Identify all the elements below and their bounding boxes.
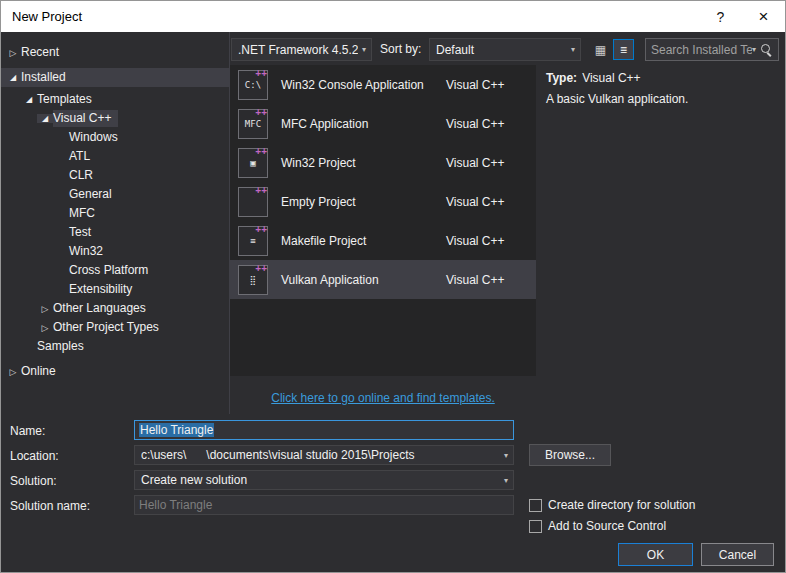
chevron-down-icon: ▾ <box>504 451 508 460</box>
tree-item-win32[interactable]: Win32 <box>1 242 229 261</box>
close-button[interactable]: × <box>742 1 785 32</box>
create-directory-checkbox[interactable] <box>529 499 542 512</box>
help-button[interactable]: ? <box>699 1 742 32</box>
template-type-row: Type: Visual C++ <box>546 71 778 85</box>
tree-item-test[interactable]: Test <box>1 223 229 242</box>
chevron-down-icon: ▾ <box>362 45 366 54</box>
solution-name-input[interactable]: Hello Triangle <box>134 495 514 515</box>
mfc-application-icon: MFC++ <box>238 109 268 139</box>
close-icon: × <box>759 7 769 27</box>
location-dropdown[interactable]: c:\users\ \documents\visual studio 2015\… <box>134 445 514 465</box>
solution-dropdown[interactable]: Create new solution ▾ <box>134 470 514 490</box>
cpp-plus-badge: ++ <box>255 147 267 157</box>
template-list: C:\++Win32 Console ApplicationVisual C++… <box>230 65 536 376</box>
source-control-label: Add to Source Control <box>548 519 666 533</box>
tree-item-cross-platform[interactable]: Cross Platform <box>1 261 229 280</box>
tree-item-label: Test <box>69 224 98 241</box>
titlebar: New Project ? × <box>1 1 785 32</box>
create-directory-checkbox-row: Create directory for solution <box>529 497 695 513</box>
location-value: c:\users\ \documents\visual studio 2015\… <box>141 448 500 462</box>
expanded-arrow-icon[interactable]: ◢ <box>5 73 21 82</box>
tree-item-general[interactable]: General <box>1 185 229 204</box>
tree-item-samples[interactable]: Samples <box>1 337 229 356</box>
cpp-plus-badge: ++ <box>255 69 267 79</box>
template-language: Visual C++ <box>446 156 536 170</box>
cpp-plus-badge: ++ <box>255 225 267 235</box>
source-control-checkbox-row: Add to Source Control <box>529 518 666 534</box>
tree-item-label: CLR <box>69 167 100 184</box>
template-language: Visual C++ <box>446 78 536 92</box>
tree-item-recent[interactable]: ▷Recent <box>1 43 229 62</box>
online-templates-link-row: Click here to go online and find templat… <box>230 388 536 406</box>
sort-by-label: Sort by: <box>380 38 421 61</box>
icon-glyph: ⣿ <box>250 275 257 285</box>
browse-button[interactable]: Browse... <box>529 444 611 466</box>
tree-item-atl[interactable]: ATL <box>1 147 229 166</box>
online-templates-link[interactable]: Click here to go online and find templat… <box>271 391 494 405</box>
collapsed-arrow-icon[interactable]: ▷ <box>5 367 21 377</box>
titlebar-buttons: ? × <box>699 1 785 32</box>
tree-item-label: Extensibility <box>69 281 139 298</box>
cancel-button[interactable]: Cancel <box>701 543 774 566</box>
cpp-plus-badge: ++ <box>255 264 267 274</box>
ok-button[interactable]: OK <box>618 543 693 566</box>
template-info-panel: Type: Visual C++ A basic Vulkan applicat… <box>546 71 778 106</box>
chevron-down-icon: ▾ <box>504 476 508 485</box>
search-input[interactable] <box>651 43 752 57</box>
tree-item-installed[interactable]: ◢Installed <box>1 68 229 87</box>
template-item-mfc-application[interactable]: MFC++MFC ApplicationVisual C++ <box>230 104 536 143</box>
tree-item-visual-c[interactable]: ◢Visual C++ <box>1 109 229 128</box>
tree-item-label: Installed <box>21 69 73 86</box>
collapsed-arrow-icon[interactable]: ▷ <box>37 304 53 314</box>
template-language: Visual C++ <box>446 117 536 131</box>
tree-item-clr[interactable]: CLR <box>1 166 229 185</box>
dialog-title: New Project <box>1 9 82 24</box>
tree-item-other-project-types[interactable]: ▷Other Project Types <box>1 318 229 337</box>
expanded-arrow-icon[interactable]: ◢ <box>37 114 53 123</box>
tree-item-mfc[interactable]: MFC <box>1 204 229 223</box>
win32-console-application-icon: C:\++ <box>238 70 268 100</box>
template-item-makefile-project[interactable]: ≡++Makefile ProjectVisual C++ <box>230 221 536 260</box>
tree-item-online[interactable]: ▷Online <box>1 362 229 381</box>
solution-label: Solution: <box>10 471 57 491</box>
makefile-project-icon: ≡++ <box>238 226 268 256</box>
list-view-button[interactable]: ≡ <box>613 39 634 60</box>
tree-item-label: Recent <box>21 44 66 61</box>
framework-dropdown[interactable]: .NET Framework 4.5.2 ▾ <box>231 38 372 61</box>
tree-item-templates[interactable]: ◢Templates <box>1 90 229 109</box>
tree-item-label: Win32 <box>69 243 110 260</box>
template-name: Empty Project <box>281 195 446 209</box>
template-language: Visual C++ <box>446 234 536 248</box>
chevron-down-icon[interactable]: ▾ <box>752 45 756 54</box>
template-item-win32-project[interactable]: ▣++Win32 ProjectVisual C++ <box>230 143 536 182</box>
medium-icons-view-button[interactable]: ▦ <box>590 39 611 60</box>
template-item-empty-project[interactable]: ++Empty ProjectVisual C++ <box>230 182 536 221</box>
tree-item-label: Templates <box>37 91 99 108</box>
tree-item-label: ATL <box>69 148 97 165</box>
tree-item-label: Other Languages <box>53 300 153 317</box>
create-directory-label: Create directory for solution <box>548 498 695 512</box>
tree-item-other-languages[interactable]: ▷Other Languages <box>1 299 229 318</box>
cpp-plus-badge: ++ <box>255 108 267 118</box>
template-tree: ▷Recent◢Installed◢Templates◢Visual C++Wi… <box>1 32 229 414</box>
collapsed-arrow-icon[interactable]: ▷ <box>37 323 53 333</box>
template-item-vulkan-application[interactable]: ⣿++Vulkan ApplicationVisual C++ <box>230 260 536 299</box>
empty-project-icon: ++ <box>238 187 268 217</box>
search-icon[interactable] <box>760 43 773 56</box>
solution-name-value: Hello Triangle <box>139 498 212 512</box>
tree-item-label: Windows <box>69 129 125 146</box>
tree-item-extensibility[interactable]: Extensibility <box>1 280 229 299</box>
template-item-win32-console-application[interactable]: C:\++Win32 Console ApplicationVisual C++ <box>230 65 536 104</box>
source-control-checkbox[interactable] <box>529 520 542 533</box>
tree-item-label: Samples <box>37 338 91 355</box>
collapsed-arrow-icon[interactable]: ▷ <box>5 48 21 58</box>
tree-item-label: General <box>69 186 119 203</box>
search-box[interactable]: ▾ <box>645 38 779 61</box>
expanded-arrow-icon[interactable]: ◢ <box>21 95 37 104</box>
tree-item-windows[interactable]: Windows <box>1 128 229 147</box>
solution-name-label: Solution name: <box>10 496 90 516</box>
sort-dropdown[interactable]: Default ▾ <box>429 38 581 61</box>
template-description: A basic Vulkan application. <box>546 92 778 106</box>
name-input[interactable]: Hello Triangle <box>134 420 514 440</box>
tree-item-label: Online <box>21 363 63 380</box>
